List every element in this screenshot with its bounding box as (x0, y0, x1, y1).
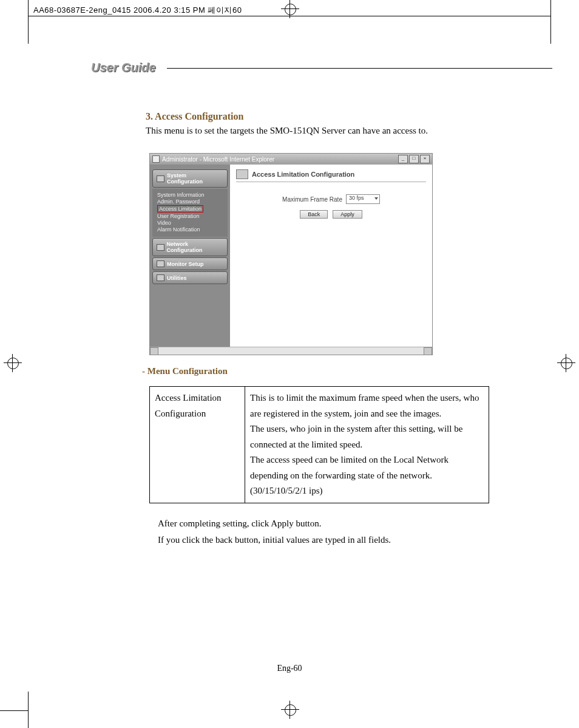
print-job-header: AA68-03687E-2eng_0415 2006.4.20 3:15 PM … (33, 5, 242, 16)
sidebar-item-alarm-notification[interactable]: Alarm Notification (157, 226, 225, 233)
crop-line-bl-h (0, 710, 28, 711)
running-head-title: User Guide (91, 61, 163, 74)
table-cell-left: Access Limitation Configuration (150, 387, 245, 503)
registration-mark-bottom (281, 701, 299, 719)
back-button[interactable]: Back (300, 210, 328, 219)
panel-heading: Access Limitation Configuration (252, 171, 354, 178)
sidebar-item-video[interactable]: Video (157, 220, 225, 226)
crop-line-right (550, 0, 551, 44)
after-note-1: After completing setting, click Apply bu… (158, 515, 492, 532)
monitor-icon (157, 260, 164, 267)
panel-icon (236, 169, 248, 179)
max-frame-rate-label: Maximum Frame Rate (282, 196, 342, 203)
sidebar-item-label: Network Configuration (167, 241, 223, 253)
sidebar-item-label: Monitor Setup (167, 261, 204, 267)
after-note-2: If you click the back button, initial va… (158, 532, 492, 548)
sidebar-item-label: System Configuration (167, 172, 223, 185)
sidebar-item-access-limitation[interactable]: Access Limitation (157, 205, 203, 213)
apply-button[interactable]: Apply (333, 210, 362, 219)
page-number: Eng-60 (0, 664, 579, 673)
sidebar-item-admin-password[interactable]: Admin. Password (157, 199, 225, 205)
wrench-icon (157, 274, 164, 281)
crop-line-bl-v (28, 692, 29, 728)
sidebar-item-user-registration[interactable]: User Registration (157, 213, 225, 219)
sidebar-item-label: Utilities (167, 275, 187, 281)
sidebar-utilities[interactable]: Utilities (152, 271, 228, 284)
sidebar-submenu: System Information Admin. Password Acces… (152, 189, 228, 237)
gear-icon (157, 175, 164, 182)
sidebar-network-configuration[interactable]: Network Configuration (152, 238, 228, 256)
sidebar-monitor-setup[interactable]: Monitor Setup (152, 257, 228, 270)
menu-config-table: Access Limitation Configuration This is … (149, 386, 489, 503)
registration-mark-right (557, 354, 575, 372)
max-frame-rate-select[interactable]: 30 fps (346, 194, 380, 204)
intro-text: This menu is to set the targets the SMO-… (146, 126, 492, 136)
maximize-button[interactable]: □ (409, 155, 419, 163)
close-button[interactable]: × (420, 155, 430, 163)
table-row: Access Limitation Configuration This is … (150, 387, 489, 503)
window-title: Administrator - Microsoft Internet Explo… (162, 156, 274, 163)
window-titlebar: Administrator - Microsoft Internet Explo… (150, 154, 432, 165)
running-head: User Guide (91, 61, 492, 75)
sidebar-system-configuration[interactable]: System Configuration (152, 169, 228, 188)
main-panel: Access Limitation Configuration Maximum … (230, 165, 432, 347)
menu-config-title: - Menu Configuration (142, 366, 492, 376)
minimize-button[interactable]: _ (398, 155, 408, 163)
sidebar-item-system-information[interactable]: System Information (157, 192, 225, 198)
running-head-rule (167, 68, 552, 69)
crop-line-top (28, 16, 551, 16)
network-icon (157, 244, 164, 251)
table-cell-right: This is to limit the maximum frame speed… (245, 387, 489, 503)
horizontal-scrollbar[interactable] (150, 347, 432, 355)
sidebar: System Configuration System Information … (150, 165, 230, 347)
browser-window: Administrator - Microsoft Internet Explo… (149, 153, 433, 355)
app-icon (152, 155, 160, 163)
crop-line-left (28, 0, 29, 44)
registration-mark-left (4, 354, 22, 372)
section-title: 3. Access Configuration (146, 111, 492, 122)
